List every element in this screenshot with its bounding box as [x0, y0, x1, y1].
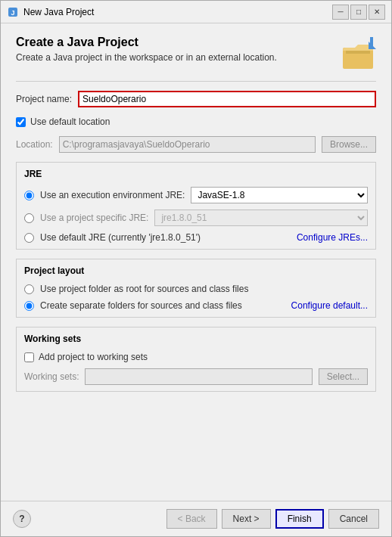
maximize-button[interactable]: □ [350, 5, 367, 20]
window-title: New Java Project [23, 7, 94, 17]
jre-option3-row: Use default JRE (currently 'jre1.8.0_51'… [24, 232, 368, 243]
jre-specific-select: jre1.8.0_51 [154, 210, 368, 226]
jre-env-select[interactable]: JavaSE-1.8 [191, 187, 368, 203]
folder-icon [340, 36, 376, 72]
jre-section: JRE Use an execution environment JRE: Ja… [16, 162, 376, 250]
project-layout-section: Project layout Use project folder as roo… [16, 259, 376, 318]
layout-separate-folders-label: Create separate folders for sources and … [40, 300, 242, 311]
layout-separate-folders-radio[interactable] [24, 301, 34, 311]
bottom-bar: ? < Back Next > Finish Cancel [1, 501, 391, 536]
jre-default-label: Use default JRE (currently 'jre1.8.0_51'… [40, 232, 201, 243]
working-sets-title: Working sets [24, 334, 368, 344]
svg-rect-5 [370, 37, 373, 46]
minimize-button[interactable]: ─ [332, 5, 349, 20]
close-button[interactable]: ✕ [369, 5, 385, 20]
location-label: Location: [16, 139, 53, 150]
back-button[interactable]: < Back [166, 509, 217, 529]
page-subtitle: Create a Java project in the workspace o… [16, 52, 332, 63]
layout-project-folder-radio[interactable] [24, 284, 34, 294]
jre-specific-label: Use a project specific JRE: [40, 213, 148, 223]
header-section: Create a Java Project Create a Java proj… [16, 36, 376, 72]
svg-rect-3 [346, 51, 370, 54]
main-content: Create a Java Project Create a Java proj… [1, 23, 391, 501]
working-sets-input [85, 368, 312, 385]
location-input [59, 136, 316, 153]
jre-env-radio[interactable] [24, 191, 34, 200]
project-name-row: Project name: [16, 91, 376, 107]
layout-option2-row: Create separate folders for sources and … [24, 300, 368, 311]
page-title: Create a Java Project [16, 36, 332, 49]
layout-separate-row: Create separate folders for sources and … [24, 300, 242, 311]
select-button: Select... [319, 368, 368, 385]
layout-option1-row: Use project folder as root for sources a… [24, 284, 368, 294]
help-button[interactable]: ? [13, 510, 31, 528]
jre-specific-radio[interactable] [24, 213, 34, 223]
header-divider [16, 81, 376, 82]
title-bar-left: J New Java Project [7, 6, 94, 18]
working-sets-input-row: Working sets: Select... [24, 368, 368, 385]
next-button[interactable]: Next > [222, 509, 271, 529]
configure-jres-link[interactable]: Configure JREs... [297, 232, 368, 243]
use-default-label: Use default location [30, 116, 110, 127]
add-to-working-sets-label: Add project to working sets [39, 352, 148, 362]
use-default-location-row: Use default location [16, 116, 376, 127]
jre-option1-row: Use an execution environment JRE: JavaSE… [24, 187, 368, 203]
add-to-working-sets-checkbox[interactable] [24, 352, 34, 362]
jre-default-radio[interactable] [24, 233, 34, 243]
project-name-label: Project name: [16, 94, 72, 104]
java-icon: J [7, 6, 19, 18]
title-bar: J New Java Project ─ □ ✕ [1, 1, 391, 23]
header-text: Create a Java Project Create a Java proj… [16, 36, 332, 63]
cancel-button[interactable]: Cancel [328, 509, 379, 529]
svg-text:J: J [11, 9, 14, 17]
browse-button: Browse... [322, 136, 376, 153]
working-sets-section: Working sets Add project to working sets… [16, 327, 376, 392]
location-row: Location: Browse... [16, 136, 376, 153]
project-layout-title: Project layout [24, 265, 368, 276]
main-window: J New Java Project ─ □ ✕ Create a Java P… [0, 0, 392, 537]
jre-option2-row: Use a project specific JRE: jre1.8.0_51 [24, 210, 368, 226]
title-bar-controls: ─ □ ✕ [332, 5, 385, 20]
use-default-checkbox[interactable] [16, 117, 26, 127]
jre-env-label: Use an execution environment JRE: [40, 190, 185, 200]
finish-button[interactable]: Finish [275, 509, 324, 529]
layout-project-folder-label: Use project folder as root for sources a… [40, 284, 248, 294]
project-name-input[interactable] [78, 91, 376, 107]
configure-default-link[interactable]: Configure default... [291, 300, 368, 311]
add-to-working-sets-row: Add project to working sets [24, 352, 368, 362]
jre-title: JRE [24, 169, 368, 179]
working-sets-label: Working sets: [24, 371, 79, 382]
